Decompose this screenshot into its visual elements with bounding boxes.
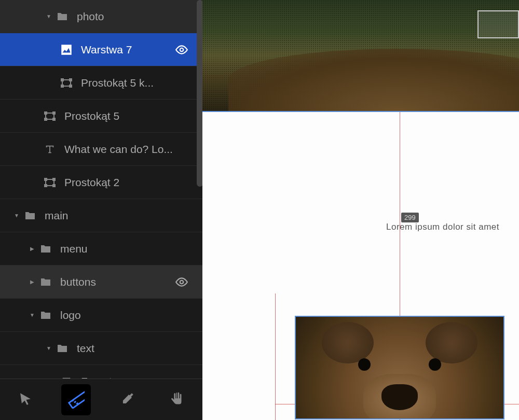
canvas-text-lorem: Lorem ipsum dolor sit amet bbox=[386, 222, 499, 232]
svg-line-19 bbox=[72, 400, 74, 401]
layer-label: buttons bbox=[60, 276, 171, 288]
svg-line-20 bbox=[74, 401, 76, 402]
image-icon bbox=[59, 43, 74, 57]
guide-vertical-left[interactable] bbox=[275, 293, 276, 420]
layer-item-forest[interactable]: Forest bbox=[0, 365, 202, 379]
svg-rect-16 bbox=[53, 185, 55, 187]
layer-item-photo[interactable]: photo bbox=[0, 0, 202, 33]
measure-tool[interactable] bbox=[61, 384, 91, 415]
layers-panel: photo Warstwa 7 Prostokąt 5 k... Prostok… bbox=[0, 0, 202, 420]
layer-label: What we can do? Lo... bbox=[64, 143, 202, 156]
svg-rect-18 bbox=[69, 391, 85, 408]
chevron-down-icon[interactable] bbox=[43, 345, 55, 351]
canvas[interactable]: 299 Lorem ipsum dolor sit amet bbox=[202, 0, 519, 420]
chevron-right-icon[interactable] bbox=[26, 279, 38, 285]
layer-label: logo bbox=[60, 309, 202, 321]
guide-measurement: 299 bbox=[401, 213, 419, 222]
rect-icon bbox=[43, 175, 57, 190]
layer-label: menu bbox=[60, 243, 202, 255]
select-tool[interactable] bbox=[10, 384, 40, 415]
layers-list: photo Warstwa 7 Prostokąt 5 k... Prostok… bbox=[0, 0, 202, 379]
hand-tool[interactable] bbox=[162, 384, 193, 415]
svg-rect-8 bbox=[45, 112, 47, 114]
svg-rect-9 bbox=[53, 112, 55, 114]
folder-icon bbox=[55, 341, 70, 356]
bear-back bbox=[228, 49, 519, 111]
chevron-right-icon[interactable] bbox=[26, 246, 38, 251]
folder-icon bbox=[38, 242, 53, 256]
svg-rect-13 bbox=[45, 178, 47, 180]
layer-item-logo[interactable]: logo bbox=[0, 299, 202, 332]
layer-item-buttons[interactable]: buttons bbox=[0, 265, 202, 299]
layer-label: Forest bbox=[81, 375, 202, 379]
svg-rect-15 bbox=[45, 185, 47, 187]
svg-rect-10 bbox=[45, 118, 47, 120]
layer-label: Warstwa 7 bbox=[81, 44, 171, 56]
svg-point-17 bbox=[180, 280, 184, 284]
layer-item-text[interactable]: text bbox=[0, 332, 202, 365]
canvas-artboard: 299 Lorem ipsum dolor sit amet bbox=[202, 111, 519, 420]
folder-icon bbox=[38, 275, 53, 289]
chevron-down-icon[interactable] bbox=[10, 213, 23, 218]
svg-line-21 bbox=[77, 402, 78, 404]
folder-icon bbox=[55, 9, 70, 24]
layer-item-what-we-can-do[interactable]: What we can do? Lo... bbox=[0, 133, 202, 166]
svg-rect-5 bbox=[61, 85, 63, 87]
svg-rect-11 bbox=[53, 118, 55, 120]
layer-item-prostokat-5k[interactable]: Prostokąt 5 k... bbox=[0, 66, 202, 100]
layer-item-main[interactable]: main bbox=[0, 199, 202, 232]
layer-label: photo bbox=[77, 10, 202, 23]
folder-icon bbox=[38, 308, 53, 323]
eyedropper-tool[interactable] bbox=[112, 384, 142, 415]
text-icon bbox=[43, 142, 57, 157]
layer-label: Prostokąt 5 bbox=[64, 110, 202, 122]
svg-point-0 bbox=[63, 47, 65, 48]
layer-label: Prostokąt 2 bbox=[64, 176, 202, 189]
layer-item-warstwa-7[interactable]: Warstwa 7 bbox=[0, 33, 202, 66]
text-icon bbox=[59, 374, 74, 379]
layer-label: main bbox=[45, 209, 202, 222]
toolbar bbox=[0, 379, 202, 420]
selected-image-frame[interactable] bbox=[295, 316, 504, 419]
svg-rect-14 bbox=[53, 178, 55, 180]
folder-icon bbox=[23, 208, 37, 223]
navigator-viewport[interactable] bbox=[477, 10, 519, 38]
layer-label: text bbox=[77, 342, 202, 355]
layer-item-prostokat-5[interactable]: Prostokąt 5 bbox=[0, 100, 202, 133]
visibility-icon[interactable] bbox=[171, 43, 192, 57]
layer-label: Prostokąt 5 k... bbox=[81, 77, 202, 89]
bear-image bbox=[296, 317, 503, 419]
rect-icon bbox=[43, 109, 57, 123]
canvas-photo-top bbox=[202, 0, 519, 111]
layer-item-menu[interactable]: menu bbox=[0, 232, 202, 265]
svg-rect-3 bbox=[61, 79, 63, 81]
chevron-down-icon[interactable] bbox=[43, 13, 55, 19]
rect-icon bbox=[59, 76, 74, 90]
svg-rect-6 bbox=[70, 85, 72, 87]
layer-item-prostokat-2[interactable]: Prostokąt 2 bbox=[0, 166, 202, 199]
chevron-down-icon[interactable] bbox=[26, 312, 38, 318]
svg-point-1 bbox=[180, 48, 184, 51]
visibility-icon[interactable] bbox=[171, 275, 192, 289]
svg-rect-4 bbox=[70, 79, 72, 81]
